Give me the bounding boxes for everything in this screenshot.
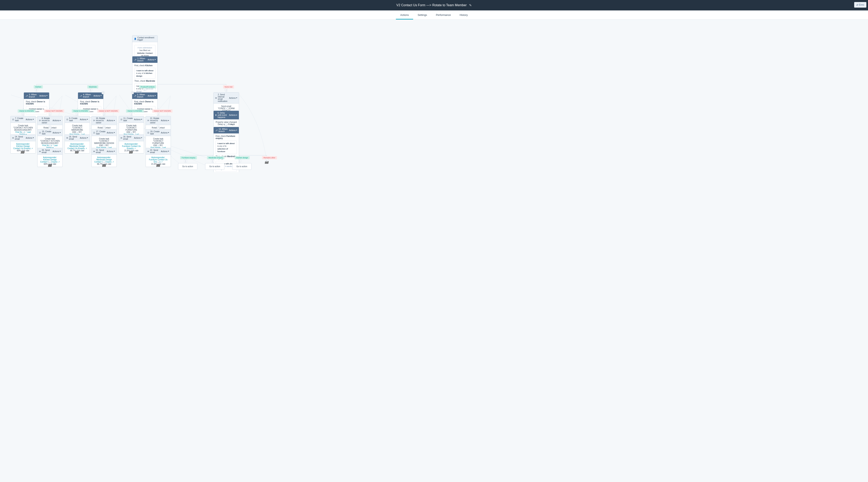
plus-button[interactable]: +	[130, 113, 133, 115]
actions-menu[interactable]: Actions	[229, 114, 237, 116]
plus-button[interactable]: +	[225, 124, 228, 126]
tab-settings[interactable]: Settings	[413, 10, 431, 20]
plus-button[interactable]: +	[130, 131, 133, 134]
actions-menu[interactable]: Actions	[161, 150, 169, 152]
plus-button[interactable]: +	[49, 161, 51, 164]
n18-title: 18. Send email	[123, 135, 133, 140]
end-icon	[48, 164, 52, 167]
actions-menu[interactable]: Actions	[148, 95, 156, 97]
actions-menu[interactable]: Actions	[80, 118, 88, 121]
goto-action[interactable]: Go to action	[205, 163, 224, 170]
actions-label: Actions	[148, 95, 154, 97]
external-link-icon: ↗	[112, 161, 114, 163]
node-21-send-email[interactable]: ✉21. Send emailActions Autoresponder: Wa…	[91, 148, 117, 167]
branch-3[interactable]: ⎇3. If/then branchActions First, check O…	[24, 92, 49, 117]
n14-title: 14. Send email	[15, 135, 25, 140]
plus-button[interactable]: +	[103, 113, 105, 115]
plus-button[interactable]: +	[157, 161, 160, 164]
branch-5[interactable]: ☐ ⎇5. If/then branchActions First, check…	[132, 92, 158, 117]
actions-menu[interactable]: Actions	[161, 132, 169, 134]
n17-title: 17. Create task	[96, 130, 106, 135]
plus-button[interactable]: +	[238, 159, 241, 162]
plus-button[interactable]: +	[76, 113, 79, 115]
actions-menu[interactable]: Actions	[107, 150, 115, 152]
plus-button[interactable]: +	[49, 126, 51, 128]
node-22-send-email[interactable]: ✉22. Send emailActions Autoresponder: Fu…	[146, 148, 171, 167]
plus-button[interactable]: +	[225, 89, 228, 91]
enroll-button[interactable]: ⇄ Enro	[854, 2, 866, 8]
tab-performance[interactable]: Performance	[431, 10, 455, 20]
node-14-send-email[interactable]: ✉14. Send emailActions Autoresponder: Ki…	[10, 134, 36, 153]
email-icon: ✉	[66, 137, 68, 139]
node-16-send-email[interactable]: ✉16. Send emailActions Autoresponder: Wa…	[65, 134, 90, 153]
plus-button[interactable]: +	[225, 107, 228, 110]
form-submission-label: Form submission	[136, 47, 154, 49]
actions-menu[interactable]: Actions	[26, 118, 34, 121]
plus-button[interactable]: +	[144, 89, 146, 91]
goto-action[interactable]: Go to action	[232, 163, 251, 170]
node-20-send-email[interactable]: ✉20. Send emailActions Autoresponder: Ki…	[37, 148, 63, 167]
plus-button[interactable]: +	[76, 131, 79, 134]
actions-menu[interactable]: Actions	[80, 137, 88, 139]
plus-button[interactable]: +	[103, 144, 105, 147]
external-link-icon: ↗	[134, 148, 136, 150]
actions-menu[interactable]: Actions	[53, 132, 61, 134]
end-icon	[129, 151, 133, 153]
n19-title: 19. Create task	[150, 130, 160, 135]
plus-button[interactable]: +	[211, 159, 214, 162]
n18-auto[interactable]: Autoresponder: Furniture Contact Us Enqu…	[122, 143, 141, 150]
edit-icon[interactable]: ✎	[469, 3, 472, 7]
pill-wardrobe-enquiry: Wardrobe enquiry	[207, 156, 224, 159]
email-icon: ✉	[39, 150, 41, 152]
plus-button[interactable]: +	[22, 113, 25, 115]
actions-label: Actions	[229, 97, 236, 99]
b1-ward: Wardrobe	[146, 80, 155, 82]
page-title: V2 Contact Us Form ---> Rotate to Team M…	[396, 3, 471, 7]
goto-action[interactable]: Go to action	[178, 163, 197, 170]
b1-talk1: I want to talk about	[136, 69, 153, 72]
workflow-canvas[interactable]: 👤Contact enrollment trigger Form submiss…	[0, 20, 294, 172]
actions-menu[interactable]: Actions	[39, 95, 48, 97]
actions-label: Actions	[26, 137, 32, 139]
plus-button[interactable]: +	[35, 89, 38, 91]
plus-button[interactable]: +	[22, 131, 25, 134]
actions-label: Actions	[39, 95, 46, 97]
branch-icon: ⎇	[26, 95, 28, 97]
plus-button[interactable]: +	[49, 113, 51, 115]
plus-button[interactable]: +	[157, 126, 160, 128]
pill-furniture-enquiry: Furniture enquiry	[180, 156, 197, 159]
plus-button[interactable]: +	[157, 144, 160, 147]
plus-button[interactable]: +	[265, 159, 268, 161]
tab-history[interactable]: History	[455, 10, 472, 20]
branch-4[interactable]: ☐ ⎇4. If/then branchActions First, check…	[78, 92, 103, 117]
warn-icon[interactable]: ☐	[102, 91, 104, 94]
actions-menu[interactable]: Actions	[229, 97, 237, 99]
plus-button[interactable]: +	[89, 89, 92, 91]
plus-button[interactable]: +	[49, 144, 51, 147]
plus-button[interactable]: +	[157, 113, 160, 115]
actions-menu[interactable]: Actions	[53, 119, 61, 122]
n16-auto[interactable]: Autoresponder: Wardrobe Design Contact U…	[67, 143, 85, 150]
actions-menu[interactable]: Actions	[53, 150, 61, 152]
actions-menu[interactable]: Actions	[107, 119, 115, 122]
pill-product: Product/Furniture	[139, 85, 156, 89]
pill-none-met: None met	[223, 85, 234, 89]
enroll-icon: ⇄	[856, 3, 858, 6]
actions-menu[interactable]: Actions	[134, 137, 142, 139]
actions-menu[interactable]: Actions	[134, 118, 142, 121]
warn-icon[interactable]: ☐	[131, 91, 134, 94]
actions-menu[interactable]: Actions	[148, 59, 156, 61]
node-18-send-email[interactable]: ✉18. Send emailActions Autoresponder: Fu…	[119, 134, 144, 153]
actions-menu[interactable]: Actions	[229, 129, 237, 131]
pill-remains-other: Remains other	[262, 156, 277, 159]
n14-auto[interactable]: Autoresponder: Kitchen Design Contact Us…	[13, 143, 30, 150]
plus-button[interactable]: +	[103, 161, 105, 164]
tab-actions[interactable]: Actions	[396, 10, 413, 20]
actions-menu[interactable]: Actions	[26, 137, 34, 139]
actions-label: Actions	[229, 114, 236, 116]
actions-menu[interactable]: Actions	[93, 95, 102, 97]
actions-menu[interactable]: Actions	[161, 119, 169, 122]
plus-button[interactable]: +	[103, 126, 105, 128]
actions-menu[interactable]: Actions	[107, 132, 115, 134]
plus-button[interactable]: +	[184, 159, 187, 162]
